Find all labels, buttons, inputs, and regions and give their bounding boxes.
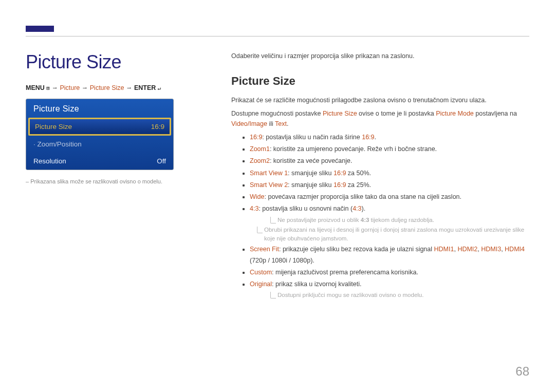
page-number: 68 [515, 364, 529, 379]
osd-row-label: · Zoom/Position [33, 140, 82, 148]
list-item: Custom: mijenja razlučivost prema prefer… [243, 267, 529, 278]
breadcrumb-sep: → [126, 84, 134, 91]
osd-row-zoom-position[interactable]: · Zoom/Position [26, 136, 173, 153]
osd-panel: Picture Size Picture Size 16:9 · Zoom/Po… [26, 99, 174, 170]
sub-note: Dostupni priključci mogu se razlikovati … [270, 291, 529, 300]
osd-row-value: Off [157, 157, 166, 165]
page-title: Picture Size [26, 51, 211, 73]
breadcrumb-menu: MENU [26, 84, 45, 91]
osd-row-label: Resolution [33, 157, 66, 165]
list-item: Original: prikaz slika u izvornoj kvalit… [243, 279, 529, 300]
bullet-list: 16:9: postavlja sliku u način rada širin… [243, 132, 529, 300]
list-item: Smart View 2: smanjuje sliku 16:9 za 25%… [243, 180, 529, 191]
breadcrumb-sep: → [82, 84, 90, 91]
paragraph: Prikazat će se različite mogućnosti pril… [231, 95, 529, 105]
enter-icon: ↵ [158, 85, 161, 91]
osd-row-label: Picture Size [35, 123, 72, 130]
intro-text: Odaberite veličinu i razmjer proporcija … [231, 51, 529, 61]
horizontal-rule [26, 36, 529, 36]
list-item: Zoom1: koristite za umjereno povećanje. … [243, 144, 529, 155]
breadcrumb-sep: → [51, 84, 60, 91]
breadcrumb-enter: ENTER [134, 84, 156, 91]
breadcrumb-picture-size: Picture Size [90, 84, 124, 91]
list-item: 16:9: postavlja sliku u način rada širin… [243, 132, 529, 143]
sub-note: Obrubi prikazani na lijevoj i desnoj ili… [257, 226, 529, 244]
breadcrumb-picture: Picture [60, 84, 80, 91]
osd-title: Picture Size [26, 99, 173, 118]
menu-icon: ⊞ [46, 85, 50, 91]
section-tab-mark [26, 26, 54, 32]
right-column: Odaberite veličinu i razmjer proporcija … [211, 51, 529, 301]
osd-row-value: 16:9 [151, 123, 164, 130]
list-item: Zoom2: koristite za veće povećanje. [243, 156, 529, 166]
paragraph: Dostupne mogućnosti postavke Picture Siz… [231, 108, 529, 129]
left-column: Picture Size MENU ⊞ → Picture → Picture … [26, 51, 211, 301]
osd-row-resolution[interactable]: Resolution Off [26, 153, 173, 170]
list-item: Smart View 1: smanjuje sliku 16:9 za 50%… [243, 168, 529, 179]
breadcrumb: MENU ⊞ → Picture → Picture Size → ENTER … [26, 84, 211, 91]
section-title: Picture Size [231, 74, 529, 88]
list-item: Screen Fit: prikazuje cijelu sliku bez r… [243, 244, 529, 266]
list-item: Wide: povećava razmjer proporcija slike … [243, 192, 529, 202]
sub-note: Ne postavljajte proizvod u oblik 4:3 tij… [270, 216, 529, 225]
left-footnote: Prikazana slika može se razlikovati ovis… [26, 177, 211, 186]
osd-row-picture-size[interactable]: Picture Size 16:9 [28, 118, 171, 136]
list-item: 4:3: postavlja sliku u osnovni način (4:… [243, 203, 529, 243]
